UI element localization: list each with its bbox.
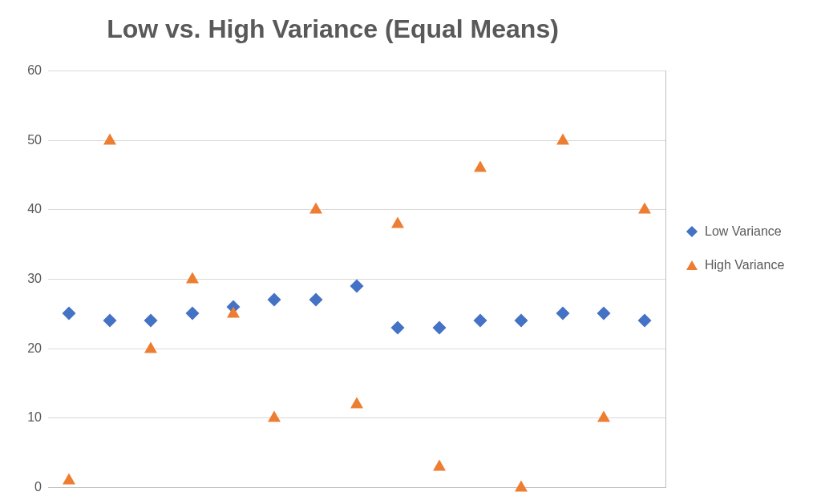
data-point-low-variance — [474, 314, 487, 328]
legend-item-low-variance: Low Variance — [686, 224, 784, 239]
gridline — [48, 349, 665, 349]
gridline — [48, 417, 665, 418]
plot-area: 0102030405060 — [48, 71, 666, 488]
data-point-high-variance — [391, 216, 404, 228]
data-point-high-variance — [556, 133, 569, 144]
data-point-high-variance — [350, 397, 363, 409]
data-point-high-variance — [638, 203, 651, 214]
data-point-low-variance — [144, 314, 158, 328]
gridline — [48, 71, 665, 71]
y-tick-label: 60 — [18, 63, 42, 78]
legend-label: High Variance — [705, 258, 784, 272]
data-point-low-variance — [309, 293, 322, 307]
legend-item-high-variance: High Variance — [686, 258, 784, 272]
legend-label: Low Variance — [705, 224, 782, 239]
diamond-icon — [686, 225, 698, 238]
data-point-low-variance — [432, 321, 446, 334]
data-point-high-variance — [268, 411, 281, 422]
data-point-high-variance — [515, 481, 528, 492]
data-point-low-variance — [597, 307, 611, 321]
gridline — [48, 487, 665, 488]
data-point-low-variance — [103, 314, 117, 328]
data-point-high-variance — [186, 272, 199, 284]
data-point-high-variance — [144, 341, 157, 353]
data-point-low-variance — [62, 307, 75, 321]
scatter-chart: Low vs. High Variance (Equal Means) 0102… — [0, 0, 821, 504]
data-point-high-variance — [309, 203, 322, 214]
gridline — [48, 140, 665, 141]
y-tick-label: 0 — [18, 480, 42, 494]
data-point-low-variance — [556, 307, 569, 321]
data-point-low-variance — [638, 314, 652, 328]
y-tick-label: 10 — [18, 410, 42, 425]
data-point-high-variance — [474, 161, 487, 172]
chart-legend: Low Variance High Variance — [686, 224, 784, 292]
chart-title: Low vs. High Variance (Equal Means) — [0, 14, 665, 44]
data-point-low-variance — [268, 293, 281, 307]
data-point-low-variance — [515, 314, 528, 328]
y-tick-label: 50 — [18, 133, 42, 147]
data-point-high-variance — [433, 460, 446, 471]
y-tick-label: 30 — [18, 272, 42, 286]
data-point-high-variance — [227, 307, 240, 318]
data-point-high-variance — [103, 133, 116, 144]
data-point-high-variance — [597, 411, 610, 422]
data-point-high-variance — [63, 474, 75, 485]
data-point-low-variance — [391, 321, 405, 334]
data-point-low-variance — [350, 279, 364, 292]
y-tick-label: 20 — [18, 341, 42, 356]
data-point-low-variance — [185, 307, 199, 321]
gridline — [48, 209, 665, 210]
y-tick-label: 40 — [18, 202, 42, 216]
triangle-icon — [686, 259, 698, 272]
